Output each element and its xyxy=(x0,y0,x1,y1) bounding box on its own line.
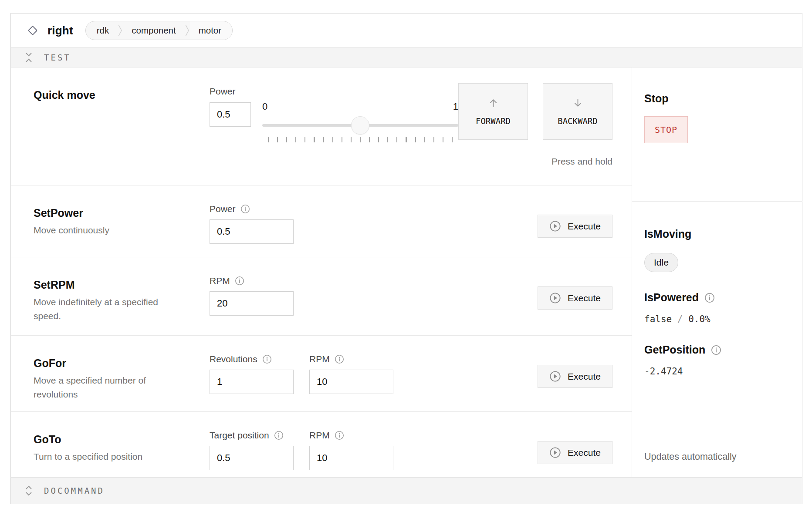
gofor-rpm-input[interactable] xyxy=(309,370,393,394)
info-icon[interactable] xyxy=(262,354,272,364)
slider-ticks xyxy=(268,137,453,142)
info-icon[interactable] xyxy=(711,345,721,355)
breadcrumb-item-rdk[interactable]: rdk xyxy=(86,21,118,40)
slider-track[interactable] xyxy=(262,115,458,135)
updates-note: Updates automatically xyxy=(644,451,790,464)
arrow-up-icon xyxy=(487,97,499,109)
slider-max-label: 1 xyxy=(453,101,458,115)
ismoving-heading: IsMoving xyxy=(644,228,691,240)
ispowered-value: false / 0.0% xyxy=(644,314,790,324)
ispowered-heading: IsPowered xyxy=(644,291,699,304)
setrpm-description: Move indefinitely at a specified speed. xyxy=(34,295,173,323)
goto-rpm-field: RPM xyxy=(309,429,393,478)
power-label: Power xyxy=(210,86,236,97)
setpower-row: SetPower Move continuously Power xyxy=(11,185,632,257)
info-icon[interactable] xyxy=(335,354,344,364)
field-label: Revolutions xyxy=(210,354,257,364)
docommand-section-header[interactable]: DOCOMMAND xyxy=(11,477,802,504)
setpower-heading: SetPower xyxy=(34,207,210,219)
execute-label: Execute xyxy=(568,221,601,232)
play-circle-icon xyxy=(549,292,561,304)
stop-section: Stop STOP xyxy=(632,67,802,202)
field-label: RPM xyxy=(309,354,330,364)
status-section: IsMoving Idle IsPowered xyxy=(632,202,802,477)
component-diamond-icon xyxy=(26,24,40,37)
breadcrumb-item-component[interactable]: component xyxy=(123,21,184,40)
info-icon[interactable] xyxy=(235,276,244,286)
backward-button[interactable]: BACKWARD xyxy=(543,83,612,140)
info-icon[interactable] xyxy=(274,431,284,440)
execute-label: Execute xyxy=(568,371,601,382)
gofor-execute-button[interactable]: Execute xyxy=(538,365,612,388)
setpower-execute-button[interactable]: Execute xyxy=(538,215,612,238)
execute-label: Execute xyxy=(568,293,601,303)
getposition-value: -2.4724 xyxy=(644,366,790,377)
quick-move-title-block: Quick move xyxy=(34,67,210,185)
quick-move-actions: FORWARD BACKWARD Press and hold xyxy=(458,67,612,185)
arrow-down-icon xyxy=(572,97,584,109)
backward-button-label: BACKWARD xyxy=(558,116,598,126)
setpower-power-input[interactable] xyxy=(210,219,294,244)
field-label: Target position xyxy=(210,430,269,441)
setpower-power-field: Power xyxy=(210,203,294,257)
play-circle-icon xyxy=(549,371,561,382)
gofor-rpm-field: RPM xyxy=(309,353,393,411)
panel-body: Quick move Power 0 1 xyxy=(11,67,802,477)
breadcrumb-chevron-icon xyxy=(185,21,190,40)
breadcrumb-chevron-icon xyxy=(118,21,123,40)
field-label: RPM xyxy=(210,276,230,286)
goto-description: Turn to a specified position xyxy=(34,450,173,464)
quick-move-power-field: Power xyxy=(210,67,251,185)
setpower-description: Move continuously xyxy=(34,223,173,237)
status-sidebar: Stop STOP IsMoving Idle IsPowered xyxy=(632,67,802,477)
info-icon[interactable] xyxy=(704,293,715,303)
field-label: Power xyxy=(210,204,236,214)
setrpm-row: SetRPM Move indefinitely at a specified … xyxy=(11,257,632,336)
goto-execute-button[interactable]: Execute xyxy=(538,441,612,464)
quick-move-power-input[interactable] xyxy=(210,102,251,127)
forward-button-label: FORWARD xyxy=(476,116,511,126)
breadcrumb-item-motor[interactable]: motor xyxy=(190,21,232,40)
press-and-hold-hint: Press and hold xyxy=(551,156,612,167)
goto-row: GoTo Turn to a specified position Target… xyxy=(11,412,632,478)
goto-target-position-field: Target position xyxy=(210,429,294,478)
panel-header: right rdk component motor xyxy=(11,13,802,47)
gofor-heading: GoFor xyxy=(34,357,210,370)
test-section-label: TEST xyxy=(44,53,71,62)
setrpm-heading: SetRPM xyxy=(34,279,210,291)
main-content: Quick move Power 0 1 xyxy=(11,67,632,477)
info-icon[interactable] xyxy=(240,204,250,214)
power-slider: 0 1 xyxy=(262,101,458,185)
field-label: RPM xyxy=(309,430,330,441)
docommand-section-label: DOCOMMAND xyxy=(44,486,105,495)
gofor-row: GoFor Move a specified number of revolut… xyxy=(11,336,632,412)
setrpm-rpm-input[interactable] xyxy=(210,291,294,316)
play-circle-icon xyxy=(549,220,561,232)
component-name: right xyxy=(47,24,73,37)
getposition-group: GetPosition -2.4724 xyxy=(644,344,790,377)
quick-move-heading: Quick move xyxy=(34,89,210,101)
goto-rpm-input[interactable] xyxy=(309,446,393,470)
info-icon[interactable] xyxy=(335,431,344,440)
setrpm-execute-button[interactable]: Execute xyxy=(538,286,612,310)
goto-target-position-input[interactable] xyxy=(210,446,294,470)
slider-thumb[interactable] xyxy=(351,116,369,135)
gofor-description: Move a specified number of revolutions xyxy=(34,374,173,401)
expand-icon[interactable] xyxy=(25,485,33,496)
breadcrumb: rdk component motor xyxy=(85,21,233,40)
quick-move-row: Quick move Power 0 1 xyxy=(11,67,632,185)
test-section-header[interactable]: TEST xyxy=(11,47,802,67)
stop-button[interactable]: STOP xyxy=(644,116,688,143)
getposition-heading: GetPosition xyxy=(644,344,705,356)
gofor-revolutions-input[interactable] xyxy=(210,370,294,394)
motor-panel: right rdk component motor TEST xyxy=(10,13,802,504)
stop-heading: Stop xyxy=(644,92,669,105)
slider-min-label: 0 xyxy=(262,101,267,115)
forward-button[interactable]: FORWARD xyxy=(458,83,528,140)
ismoving-status-badge: Idle xyxy=(644,253,678,272)
setrpm-rpm-field: RPM xyxy=(210,275,294,335)
ispowered-group: IsPowered false / 0.0% xyxy=(644,291,790,324)
goto-heading: GoTo xyxy=(34,433,210,446)
collapse-icon[interactable] xyxy=(25,52,33,63)
play-circle-icon xyxy=(549,447,561,458)
